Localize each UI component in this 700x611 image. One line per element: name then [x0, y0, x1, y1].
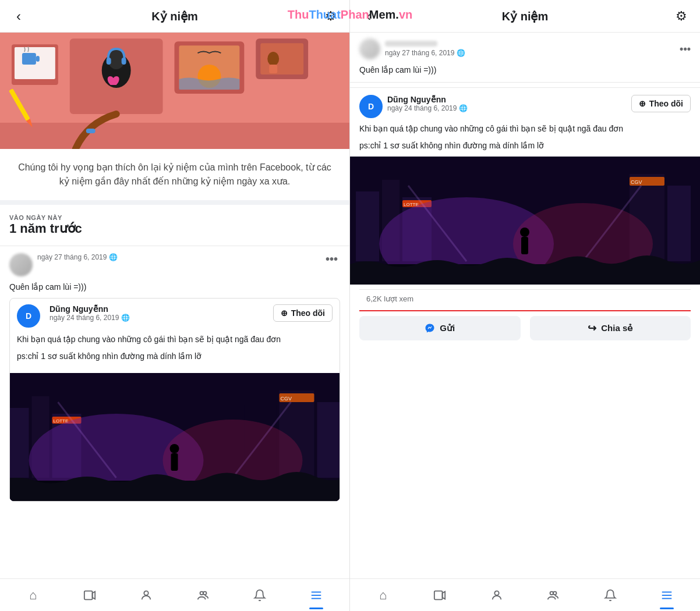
section-header: VÀO NGÀY NÀY 1 năm trước: [0, 205, 349, 241]
dung-name-1: Dũng Nguyễnn: [50, 304, 273, 314]
profile-icon-right: [490, 589, 503, 602]
nav-menu-right[interactable]: [653, 581, 681, 609]
nav-bell-right[interactable]: [596, 581, 624, 609]
post-more-1[interactable]: •••: [323, 253, 340, 265]
nav-profile-right[interactable]: [483, 581, 511, 609]
home-icon-left: ⌂: [29, 588, 37, 603]
svg-rect-58: [521, 237, 528, 254]
more-button-top-right[interactable]: •••: [680, 43, 691, 55]
svg-rect-60: [434, 591, 443, 599]
svg-rect-9: [122, 58, 126, 65]
home-icon-right: ⌂: [379, 588, 387, 603]
section-title: 1 năm trước: [9, 221, 340, 236]
svg-rect-37: [84, 591, 93, 599]
bell-icon-right: [604, 589, 617, 602]
nav-bell-left[interactable]: [246, 581, 274, 609]
top-blurred-post: ngày 27 tháng 6, 2019 🌐 ••• Quên lắp cam…: [350, 33, 700, 83]
svg-rect-45: [356, 191, 379, 261]
groups-icon-left: [197, 589, 210, 602]
nav-video-right[interactable]: [426, 581, 454, 609]
shared-post-info-1: D Dũng Nguyễnn ngày 24 tháng 6, 2019 🌐: [17, 304, 273, 328]
blurred-post-header: ngày 27 tháng 6, 2019 🌐 •••: [359, 38, 691, 59]
dung-meta-right: Dũng Nguyễnn ngày 24 tháng 6, 2019 🌐: [387, 95, 631, 112]
svg-rect-16: [269, 65, 277, 73]
nav-groups-left[interactable]: [189, 581, 217, 609]
post-meta-1: ngày 27 tháng 6, 2019 🌐: [37, 253, 323, 261]
menu-icon-right: [660, 589, 673, 602]
bottom-nav-right: ⌂: [350, 578, 700, 611]
svg-point-34: [170, 444, 179, 453]
video-thumb-1[interactable]: LOTTE CGV: [10, 373, 340, 501]
follow-icon-1: ⊕: [281, 308, 288, 318]
right-header: ‹ Kỷ niệm ⚙: [350, 0, 700, 33]
left-title: Kỷ niệm: [151, 9, 198, 23]
svg-point-15: [267, 52, 279, 66]
send-button[interactable]: Gửi: [359, 316, 521, 340]
dung-name-right: Dũng Nguyễnn: [387, 95, 631, 104]
share-label: Chia sẻ: [601, 323, 632, 333]
intro-text: Chúng tôi hy vọng bạn thích ôn lại kỷ ni…: [0, 149, 349, 205]
blurred-meta: ngày 27 tháng 6, 2019 🌐: [385, 41, 465, 57]
follow-icon-right: ⊕: [639, 99, 646, 108]
nav-groups-right[interactable]: [539, 581, 567, 609]
svg-rect-8: [107, 58, 111, 65]
hero-image: [0, 33, 349, 149]
action-buttons-right: Gửi ↪ Chia sẻ: [359, 310, 691, 345]
nav-home-left[interactable]: ⌂: [19, 581, 47, 609]
settings-icon-right[interactable]: ⚙: [672, 7, 691, 26]
back-button-right[interactable]: ‹: [359, 7, 378, 26]
svg-rect-4: [36, 56, 40, 62]
globe-icon-dung-1: 🌐: [121, 314, 130, 322]
nav-video-left[interactable]: [76, 581, 104, 609]
video-icon-right: [433, 589, 446, 602]
share-button[interactable]: ↪ Chia sẻ: [530, 316, 691, 340]
svg-point-57: [520, 228, 529, 237]
right-panel: ‹ Kỷ niệm ⚙ ngày 27 tháng 6, 2019 🌐 •••: [350, 0, 700, 611]
back-button[interactable]: ‹: [9, 7, 28, 26]
svg-rect-49: [667, 186, 691, 261]
avatar-dung-right: D: [359, 95, 383, 118]
follow-button-1[interactable]: ⊕ Theo dõi: [273, 304, 333, 322]
avatar-dung-1: D: [17, 304, 40, 328]
send-label: Gửi: [440, 323, 455, 333]
svg-text:CGV: CGV: [631, 179, 642, 185]
nav-profile-left[interactable]: [132, 581, 160, 609]
settings-icon[interactable]: ⚙: [321, 7, 340, 26]
top-post-text-right: Quên lắp cam lùi =))): [359, 64, 691, 76]
left-header: ‹ Kỷ niệm ⚙: [0, 0, 349, 33]
follow-button-right[interactable]: ⊕ Theo dõi: [631, 95, 691, 112]
blurred-date: ngày 27 tháng 6, 2019 🌐: [385, 49, 465, 57]
follow-label-right: Theo dõi: [649, 99, 683, 108]
section-label: VÀO NGÀY NÀY: [9, 214, 340, 221]
dung-text1-right: Khi bạn quá tập chung vào những cô gái t…: [359, 123, 691, 135]
dung-text2-1: ps:chỉ 1 sơ suất không nhìn đường mà dín…: [17, 350, 333, 363]
video-inner-1: LOTTE CGV: [10, 373, 340, 501]
left-panel: ‹ Kỷ niệm ⚙: [0, 0, 350, 611]
globe-icon-1: 🌐: [109, 253, 118, 261]
video-icon-left: [83, 589, 96, 602]
dung-text2-right: ps:chỉ 1 sơ suất không nhìn đường mà dín…: [359, 140, 691, 152]
post-header-right: D Dũng Nguyễnn ngày 24 tháng 6, 2019 🌐 ⊕…: [359, 95, 691, 118]
blurred-avatar: [359, 38, 380, 59]
svg-rect-18: [86, 129, 96, 133]
post-card-right: D Dũng Nguyễnn ngày 24 tháng 6, 2019 🌐 ⊕…: [350, 87, 700, 352]
video-thumb-right[interactable]: LOTTE CGV: [350, 157, 700, 285]
nav-active-right: [660, 608, 674, 609]
right-scroll: ngày 27 tháng 6, 2019 🌐 ••• Quên lắp cam…: [350, 33, 700, 578]
svg-rect-22: [10, 408, 29, 478]
svg-point-40: [203, 591, 207, 595]
menu-icon-left: [310, 589, 323, 602]
right-title: Kỷ niệm: [502, 9, 549, 23]
avatar-1: [9, 253, 33, 276]
groups-icon-right: [547, 589, 560, 602]
svg-point-38: [144, 591, 149, 595]
nav-menu-left[interactable]: [302, 581, 330, 609]
svg-point-61: [494, 591, 499, 595]
post-date-1: ngày 27 tháng 6, 2019 🌐: [37, 253, 323, 261]
svg-rect-26: [317, 402, 340, 478]
nav-home-right[interactable]: ⌂: [369, 581, 397, 609]
globe-right-top: 🌐: [457, 49, 465, 57]
blurred-name: [385, 41, 437, 47]
shared-post-1: D Dũng Nguyễnn ngày 24 tháng 6, 2019 🌐 ⊕…: [9, 298, 340, 502]
messenger-icon: [425, 323, 435, 333]
